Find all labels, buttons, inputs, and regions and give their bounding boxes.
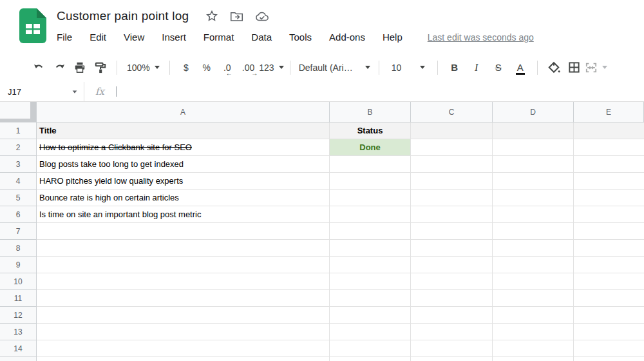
format-currency-button[interactable]: $ bbox=[176, 58, 196, 77]
cell-c7[interactable] bbox=[411, 223, 493, 240]
select-all-corner[interactable] bbox=[0, 102, 37, 122]
cell-e15[interactable] bbox=[574, 357, 644, 361]
cell-a15[interactable] bbox=[37, 357, 330, 361]
row-header-8[interactable]: 8 bbox=[0, 240, 37, 257]
format-percent-button[interactable]: % bbox=[196, 58, 217, 77]
formula-input-cursor[interactable] bbox=[116, 86, 117, 97]
column-header-b[interactable]: B bbox=[330, 102, 411, 122]
cell-c9[interactable] bbox=[411, 257, 493, 273]
bold-button[interactable]: B bbox=[444, 62, 466, 73]
cell-e11[interactable] bbox=[574, 290, 644, 307]
cell-e4[interactable] bbox=[574, 173, 644, 190]
cell-c1[interactable] bbox=[411, 122, 493, 139]
cell-e8[interactable] bbox=[574, 240, 644, 257]
row-header-14[interactable]: 14 bbox=[0, 340, 37, 357]
menu-insert[interactable]: Insert bbox=[162, 32, 186, 43]
cell-a1[interactable]: Title bbox=[37, 122, 330, 139]
column-header-c[interactable]: C bbox=[411, 102, 493, 122]
cell-b13[interactable] bbox=[330, 324, 411, 340]
menu-data[interactable]: Data bbox=[251, 32, 272, 43]
more-formats-button[interactable]: 123 bbox=[259, 58, 283, 77]
cell-d11[interactable] bbox=[493, 290, 574, 307]
cell-e12[interactable] bbox=[574, 307, 644, 324]
redo-button[interactable] bbox=[49, 58, 70, 77]
cell-e10[interactable] bbox=[574, 273, 644, 290]
cell-d7[interactable] bbox=[493, 223, 574, 240]
font-size-select[interactable]: 10 bbox=[385, 58, 431, 77]
cell-d9[interactable] bbox=[493, 257, 574, 273]
cell-b15[interactable] bbox=[330, 357, 411, 361]
cell-c2[interactable] bbox=[411, 139, 493, 156]
cell-d5[interactable] bbox=[493, 190, 574, 206]
cell-a5[interactable]: Bounce rate is high on certain articles bbox=[37, 190, 330, 206]
cell-a4[interactable]: HARO pitches yield low quality experts bbox=[37, 173, 330, 190]
decrease-decimal-button[interactable]: .0 ← bbox=[217, 58, 238, 77]
cell-a11[interactable] bbox=[37, 290, 330, 307]
cell-d3[interactable] bbox=[493, 156, 574, 173]
cell-e14[interactable] bbox=[574, 340, 644, 357]
column-header-e[interactable]: E bbox=[574, 102, 644, 122]
menu-format[interactable]: Format bbox=[204, 32, 234, 43]
cell-c15[interactable] bbox=[411, 357, 493, 361]
cell-c6[interactable] bbox=[411, 206, 493, 223]
cell-a10[interactable] bbox=[37, 273, 330, 290]
cell-a9[interactable] bbox=[37, 257, 330, 273]
cell-d2[interactable] bbox=[493, 139, 574, 156]
cell-a6[interactable]: Is time on site an important blog post m… bbox=[37, 206, 330, 223]
cell-b3[interactable] bbox=[330, 156, 411, 173]
star-icon[interactable] bbox=[205, 10, 218, 23]
font-family-select[interactable]: Default (Ari… bbox=[296, 58, 373, 77]
cell-e3[interactable] bbox=[574, 156, 644, 173]
row-header-5[interactable]: 5 bbox=[0, 190, 37, 206]
cell-c12[interactable] bbox=[411, 307, 493, 324]
menu-edit[interactable]: Edit bbox=[90, 32, 106, 43]
cell-b10[interactable] bbox=[330, 273, 411, 290]
row-header-2[interactable]: 2 bbox=[0, 139, 37, 156]
name-box[interactable]: J17 bbox=[0, 87, 84, 97]
cell-b11[interactable] bbox=[330, 290, 411, 307]
cell-d8[interactable] bbox=[493, 240, 574, 257]
text-color-button[interactable]: A bbox=[509, 62, 531, 73]
cell-a14[interactable] bbox=[37, 340, 330, 357]
zoom-select[interactable]: 100% bbox=[123, 58, 164, 77]
cell-b7[interactable] bbox=[330, 223, 411, 240]
row-header-7[interactable]: 7 bbox=[0, 223, 37, 240]
undo-button[interactable] bbox=[28, 58, 49, 77]
cell-d1[interactable] bbox=[493, 122, 574, 139]
row-header-11[interactable]: 11 bbox=[0, 290, 37, 307]
column-header-a[interactable]: A bbox=[37, 102, 330, 122]
cell-a7[interactable] bbox=[37, 223, 330, 240]
cell-d6[interactable] bbox=[493, 206, 574, 223]
row-header-1[interactable]: 1 bbox=[0, 122, 37, 139]
menu-help[interactable]: Help bbox=[383, 32, 402, 43]
row-header-4[interactable]: 4 bbox=[0, 173, 37, 190]
cell-b14[interactable] bbox=[330, 340, 411, 357]
cell-e5[interactable] bbox=[574, 190, 644, 206]
cloud-status-icon[interactable] bbox=[255, 11, 269, 22]
move-folder-icon[interactable] bbox=[230, 10, 243, 22]
cell-e2[interactable] bbox=[574, 139, 644, 156]
cell-a8[interactable] bbox=[37, 240, 330, 257]
menu-view[interactable]: View bbox=[124, 32, 144, 43]
cell-c10[interactable] bbox=[411, 273, 493, 290]
last-edit-link[interactable]: Last edit was seconds ago bbox=[428, 32, 534, 43]
sheets-logo[interactable] bbox=[19, 8, 46, 43]
cell-d14[interactable] bbox=[493, 340, 574, 357]
row-header-15[interactable] bbox=[0, 357, 37, 361]
row-header-6[interactable]: 6 bbox=[0, 206, 37, 223]
cell-a3[interactable]: Blog posts take too long to get indexed bbox=[37, 156, 330, 173]
cell-e9[interactable] bbox=[574, 257, 644, 273]
cell-c13[interactable] bbox=[411, 324, 493, 340]
menu-tools[interactable]: Tools bbox=[289, 32, 312, 43]
paint-format-button[interactable] bbox=[90, 58, 111, 77]
doc-title[interactable]: Customer pain point log bbox=[57, 9, 189, 23]
row-header-10[interactable]: 10 bbox=[0, 273, 37, 290]
borders-button[interactable] bbox=[564, 58, 585, 77]
cell-e6[interactable] bbox=[574, 206, 644, 223]
cell-c5[interactable] bbox=[411, 190, 493, 206]
column-header-d[interactable]: D bbox=[493, 102, 574, 122]
row-header-13[interactable]: 13 bbox=[0, 324, 37, 340]
cell-c14[interactable] bbox=[411, 340, 493, 357]
row-header-9[interactable]: 9 bbox=[0, 257, 37, 273]
cell-b6[interactable] bbox=[330, 206, 411, 223]
